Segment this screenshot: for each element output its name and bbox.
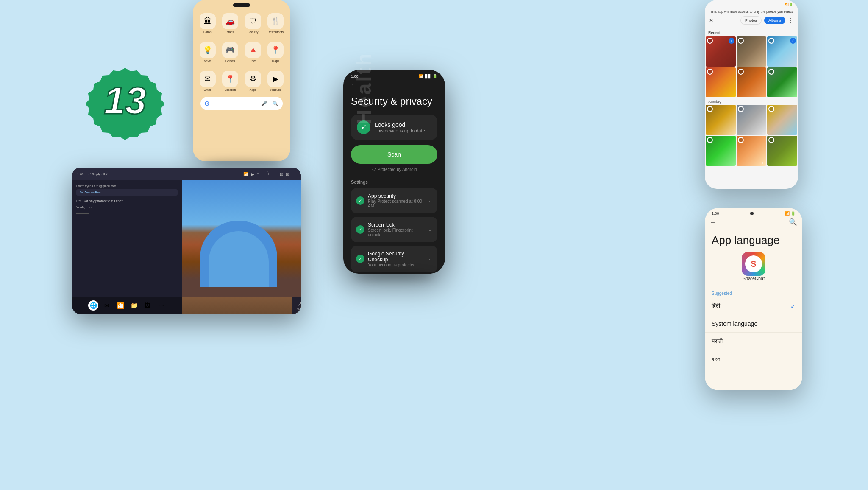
- photo-select-circle: [738, 69, 744, 75]
- battery-icon: 🔋: [433, 74, 437, 78]
- svg-text:13: 13: [104, 79, 146, 122]
- dock-more[interactable]: ⋯: [156, 300, 166, 311]
- app-icon-apps[interactable]: ⚙ Apps: [244, 71, 262, 91]
- hindi-label: हिंदी: [712, 302, 720, 310]
- photo-item[interactable]: [767, 67, 797, 98]
- screen-lock-chevron-icon: ⌄: [428, 227, 432, 232]
- from-field: From: tryiton.b.23@gmail.com: [76, 185, 178, 188]
- photo-panel: ↗ Share ✏ Edit ℹ Info 🗑 Delete: [182, 180, 301, 314]
- photo-item[interactable]: [706, 105, 736, 135]
- security-checkup-name: Google Security Checkup: [368, 251, 425, 263]
- photo-select-circle: [738, 137, 744, 143]
- app-icon-gmail[interactable]: ✉ Gmail: [198, 71, 217, 91]
- photos-grid-recent: 1 ✓: [705, 36, 798, 97]
- app-security-setting[interactable]: ✓ App security Play Protect scanned at 8…: [351, 188, 437, 213]
- email-subject: Re: Got any photos from Utah?: [76, 199, 178, 203]
- phone2-shadow: [353, 272, 435, 280]
- email-cursor: [76, 213, 89, 214]
- photo-item[interactable]: ✓: [767, 36, 797, 67]
- app-icon-youtube[interactable]: ▶ YouTube: [267, 71, 285, 91]
- system-language-label: System language: [712, 320, 757, 327]
- phone4-camera: [750, 212, 754, 215]
- language-item-bengali[interactable]: বাংলা: [705, 350, 802, 368]
- google-g-icon: G: [205, 100, 209, 107]
- photo-select-circle: [768, 38, 774, 44]
- photo-select-circle: [768, 106, 774, 112]
- sharechat-name: ShareChat: [743, 276, 765, 281]
- phone3-status-icons: 📶🔋: [785, 3, 793, 6]
- phone4-time: 1:00: [712, 211, 719, 216]
- phone4-statusbar: 1:00 📶 🔋: [705, 208, 802, 216]
- app-icon-games[interactable]: 🎮 Games: [221, 42, 240, 62]
- photo-select-circle: [768, 69, 774, 75]
- tablet-icon4: ⊡: [280, 172, 283, 176]
- dock-chrome[interactable]: 🌐: [88, 300, 98, 311]
- shield-small-icon: 🛡: [372, 167, 376, 172]
- dock-photos[interactable]: 🖼: [142, 300, 153, 311]
- permission-text: This app will have access to only the ph…: [709, 10, 794, 14]
- screen-lock-setting[interactable]: ✓ Screen lock Screen lock, Fingerprint u…: [351, 217, 437, 242]
- app-icon-news[interactable]: 💡 News: [198, 42, 217, 62]
- settings-section-label: Settings: [344, 178, 444, 188]
- dock-meet[interactable]: 🎦: [115, 300, 125, 311]
- phone1-shadow: [203, 159, 281, 168]
- phone3-photos-picker: 📶🔋 This app will have access to only the…: [705, 0, 798, 189]
- phone1-search-bar[interactable]: G 🎤 🔍: [200, 97, 283, 110]
- security-checkup-setting[interactable]: ✓ Google Security Checkup Your account i…: [351, 246, 437, 272]
- app-icon-loc2[interactable]: 📍 Location: [221, 71, 240, 91]
- phone3-statusbar: 📶🔋: [705, 0, 798, 6]
- security-checkup-info: Google Security Checkup Your account is …: [368, 251, 425, 267]
- looks-good-text: Looks good This device is up to date: [375, 121, 425, 133]
- reply-all-label: ↩ Reply all ▾: [88, 172, 108, 176]
- photos-tab-albums[interactable]: Albums: [764, 17, 785, 24]
- language-item-system[interactable]: System language: [705, 315, 802, 333]
- wifi-icon: 📶: [419, 74, 423, 78]
- language-item-hindi[interactable]: हिंदी ✓: [705, 297, 802, 315]
- phone4-app-language: 1:00 📶 🔋 ← 🔍 App language S ShareChat Su…: [705, 208, 802, 390]
- phone4-back-button[interactable]: ←: [710, 218, 717, 226]
- app-grid-row2: 💡 News 🎮 Games 🔺 Drive 📍 Maps: [196, 40, 287, 64]
- phone4-status-icons: 📶 🔋: [785, 211, 796, 216]
- photo-item[interactable]: +3: [737, 136, 767, 166]
- recent-label: Recent: [705, 29, 798, 36]
- email-compose-panel: From: tryiton.b.23@gmail.com To: Andrew …: [72, 180, 182, 314]
- photo-select-circle: [738, 38, 744, 44]
- app-icon-location[interactable]: 📍 Maps: [267, 42, 285, 62]
- share-action[interactable]: ↗ Share: [297, 300, 301, 311]
- phone4-search-button[interactable]: 🔍: [789, 218, 797, 226]
- to-field: To: Andrew Ruo: [76, 189, 178, 196]
- phone4-battery-icon: 🔋: [791, 211, 796, 216]
- photo-item[interactable]: [767, 105, 797, 135]
- app-grid-row3: ✉ Gmail 📍 Location ⚙ Apps ▶ YouTube: [196, 69, 287, 93]
- photo-item[interactable]: 1: [706, 36, 736, 67]
- photo-item[interactable]: [737, 105, 767, 135]
- photos-tab-photos[interactable]: Photos: [740, 16, 762, 25]
- photo-item[interactable]: [737, 67, 767, 98]
- email-body: Yeah, I do.: [76, 205, 178, 209]
- screen-lock-desc: Screen lock, Fingerprint unlock: [368, 228, 425, 237]
- phone1-screen: 🏛 Banks 🚗 Maps 🛡 Security 🍴 Restaurants: [193, 0, 290, 161]
- photo-item[interactable]: [706, 67, 736, 98]
- dock-drive[interactable]: 📁: [129, 300, 139, 311]
- app-icon-security[interactable]: 🛡 Security: [244, 13, 262, 34]
- photo-item[interactable]: [737, 36, 767, 67]
- photo-item[interactable]: [767, 136, 797, 166]
- status-icons: 📶 ▊▊ 🔋: [419, 74, 437, 78]
- photo-selected-badge: 1: [729, 38, 734, 44]
- phone4-frame: 1:00 📶 🔋 ← 🔍 App language S ShareChat Su…: [705, 208, 802, 390]
- security-checkup-check-icon: ✓: [356, 255, 364, 263]
- app-icon-maps[interactable]: 🚗 Maps: [221, 13, 240, 34]
- health-watermark: Health: [352, 52, 376, 124]
- photos-close-button[interactable]: ✕: [709, 17, 713, 23]
- sharechat-logo: S: [742, 252, 765, 276]
- photo-item[interactable]: [706, 136, 736, 166]
- app-icon-banks[interactable]: 🏛 Banks: [198, 13, 217, 34]
- app-icon-restaurants[interactable]: 🍴 Restaurants: [267, 13, 285, 34]
- app-security-desc: Play Protect scanned at 8:00 AM: [368, 199, 425, 208]
- dock-gmail[interactable]: ✉: [102, 300, 112, 311]
- tablet-photo-actions: ↗ Share ✏ Edit ℹ Info 🗑 Delete: [292, 297, 301, 314]
- photos-more-button[interactable]: ⋮: [788, 17, 794, 24]
- app-icon-drive[interactable]: 🔺 Drive: [244, 42, 262, 62]
- language-item-marathi[interactable]: मराठी: [705, 333, 802, 350]
- scan-button[interactable]: Scan: [351, 145, 437, 164]
